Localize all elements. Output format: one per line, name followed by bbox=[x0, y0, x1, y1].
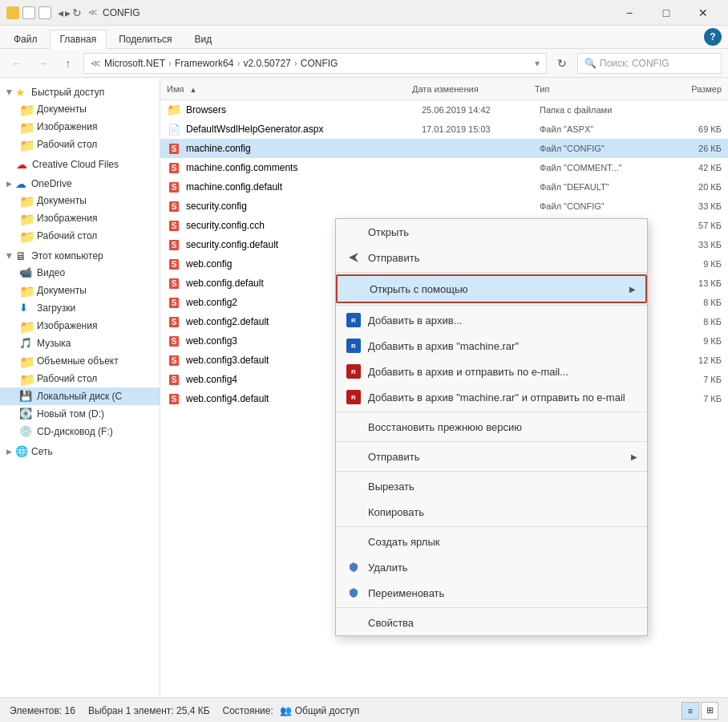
ctx-open-with[interactable]: Открыть с помощью ▶ bbox=[336, 274, 647, 303]
sidebar-label-thispc: Этот компьютер bbox=[31, 250, 103, 262]
file-size-cell: 13 КБ bbox=[657, 278, 722, 288]
file-icon-cell: S bbox=[167, 276, 181, 290]
send-icon bbox=[346, 249, 362, 266]
sidebar-header-cc[interactable]: ☁ Creative Cloud Files bbox=[0, 156, 160, 172]
sidebar-item-music[interactable]: 🎵 Музыка bbox=[0, 335, 160, 352]
refresh-button[interactable]: ↻ bbox=[552, 53, 572, 74]
sidebar-header-thispc[interactable]: ▶ 🖥 Этот компьютер bbox=[0, 248, 160, 264]
sidebar-header-onedrive[interactable]: ▶ ☁ OneDrive bbox=[0, 176, 160, 192]
content-area: Имя ▲ Дата изменения Тип Размер 📁 Browse… bbox=[160, 78, 728, 697]
sidebar-item-3d[interactable]: 📁 Объемные объект bbox=[0, 352, 160, 370]
ctx-add-machine-email[interactable]: R Добавить в архив "machine.rar" и отпра… bbox=[336, 384, 647, 410]
file-icon: S bbox=[169, 201, 180, 212]
address-path[interactable]: ≪ Microsoft.NET › Framework64 › v2.0.507… bbox=[83, 53, 547, 74]
rar-email-icon: R bbox=[346, 363, 362, 379]
ctx-rename[interactable]: Переименовать bbox=[336, 580, 647, 606]
chevron-quickaccess: ▶ bbox=[6, 90, 14, 95]
sidebar-item-images-quick[interactable]: 📁 Изображения bbox=[0, 118, 160, 136]
table-row[interactable]: S machine.config Файл "CONFIG" 26 КБ bbox=[160, 139, 728, 158]
col-header-name[interactable]: Имя ▲ bbox=[167, 84, 412, 94]
chevron-onedrive: ▶ bbox=[6, 180, 12, 188]
titlebar-arrows: ◂ ▸ ↻ bbox=[58, 6, 82, 19]
status-selected: Выбран 1 элемент: 25,4 КБ bbox=[88, 705, 210, 716]
tab-file[interactable]: Файл bbox=[3, 30, 48, 48]
view-large-button[interactable]: ⊞ bbox=[701, 702, 718, 720]
sidebar-item-images-od[interactable]: 📁 Изображения bbox=[0, 209, 160, 227]
table-row[interactable]: S machine.config.default Файл "DEFAULT" … bbox=[160, 177, 728, 197]
ctx-open[interactable]: Открыть bbox=[336, 219, 647, 245]
sidebar-item-documents-od[interactable]: 📁 Документы bbox=[0, 192, 160, 209]
path-dropdown-icon[interactable]: ▾ bbox=[535, 58, 540, 69]
ctx-properties[interactable]: Свойства bbox=[336, 610, 647, 635]
cut-icon bbox=[346, 478, 362, 494]
file-type-cell: Файл "CONFIG" bbox=[540, 201, 657, 211]
ctx-sep-2 bbox=[336, 305, 647, 306]
col-header-type[interactable]: Тип bbox=[535, 84, 657, 94]
col-header-date[interactable]: Дата изменения bbox=[412, 84, 535, 94]
sidebar-section-network: ▶ 🌐 Сеть bbox=[0, 444, 160, 460]
sidebar-item-local-disk-c[interactable]: 💾 Локальный диск (С bbox=[0, 387, 160, 405]
file-size-cell: 33 КБ bbox=[657, 240, 722, 249]
main-area: ▶ ★ Быстрый доступ 📁 Документы 📁 Изображ… bbox=[0, 78, 728, 697]
sidebar-item-video[interactable]: 📹 Видео bbox=[0, 264, 160, 282]
rar-add2-icon: R bbox=[346, 338, 362, 354]
ctx-delete[interactable]: Удалить bbox=[336, 554, 647, 580]
file-size-cell: 26 КБ bbox=[657, 144, 722, 153]
path-separator-0: ≪ bbox=[91, 58, 101, 69]
table-row[interactable]: 📄 DefaultWsdlHelpGenerator.aspx 17.01.20… bbox=[160, 120, 728, 139]
minimize-button[interactable]: − bbox=[611, 0, 648, 26]
sidebar-header-network[interactable]: ▶ 🌐 Сеть bbox=[0, 444, 160, 460]
sidebar-item-images-pc[interactable]: 📁 Изображения bbox=[0, 317, 160, 335]
file-icon: 📄 bbox=[168, 124, 180, 136]
view-details-button[interactable]: ≡ bbox=[681, 702, 699, 720]
maximize-button[interactable]: □ bbox=[648, 0, 685, 26]
ctx-send2[interactable]: Отправить ▶ bbox=[336, 444, 647, 469]
sidebar-item-downloads[interactable]: ⬇ Загрузки bbox=[0, 299, 160, 317]
file-type-cell: Файл "ASPX" bbox=[540, 124, 657, 134]
ctx-shortcut[interactable]: Создать ярлык bbox=[336, 529, 647, 554]
back-button[interactable]: ← bbox=[6, 53, 27, 74]
sidebar-item-drive-d[interactable]: 💽 Новый том (D:) bbox=[0, 405, 160, 423]
sidebar-item-desktop-pc[interactable]: 📁 Рабочий стол bbox=[0, 370, 160, 387]
ctx-copy[interactable]: Копировать bbox=[336, 499, 647, 525]
sidebar-item-desktop-od[interactable]: 📁 Рабочий стол bbox=[0, 227, 160, 245]
help-button[interactable]: ? bbox=[704, 28, 722, 46]
search-box[interactable]: 🔍 Поиск: CONFIG bbox=[577, 53, 722, 74]
ctx-cut[interactable]: Вырезать bbox=[336, 473, 647, 499]
tab-view[interactable]: Вид bbox=[184, 30, 222, 48]
sidebar-item-desktop-quick[interactable]: 📁 Рабочий стол bbox=[0, 136, 160, 153]
file-size-cell: 20 КБ bbox=[657, 182, 722, 192]
tab-share[interactable]: Поделиться bbox=[108, 30, 182, 48]
arrow-icon: ▶ bbox=[629, 285, 636, 294]
ctx-add-archive[interactable]: R Добавить в архив... bbox=[336, 307, 647, 333]
ctx-send1[interactable]: Отправить bbox=[336, 245, 647, 270]
ctx-restore[interactable]: Восстановить прежнюю версию bbox=[336, 414, 647, 440]
forward-button[interactable]: → bbox=[32, 53, 53, 74]
restore-icon bbox=[346, 419, 362, 435]
ctx-add-machine-rar[interactable]: R Добавить в архив "machine.rar" bbox=[336, 333, 647, 359]
column-headers: Имя ▲ Дата изменения Тип Размер bbox=[160, 78, 728, 100]
sidebar-item-documents-quick[interactable]: 📁 Документы bbox=[0, 100, 160, 118]
up-button[interactable]: ↑ bbox=[58, 53, 79, 74]
status-count: Элементов: 16 bbox=[10, 705, 75, 716]
props-icon bbox=[346, 615, 362, 631]
onedrive-icon: ☁ bbox=[15, 177, 28, 190]
sidebar-section-thispc: ▶ 🖥 Этот компьютер 📹 Видео 📁 Документы ⬇… bbox=[0, 248, 160, 440]
close-button[interactable]: ✕ bbox=[685, 0, 722, 26]
file-type-cell: Файл "CONFIG" bbox=[540, 144, 657, 153]
col-header-size[interactable]: Размер bbox=[657, 84, 722, 94]
sidebar-item-documents-pc[interactable]: 📁 Документы bbox=[0, 282, 160, 299]
table-row[interactable]: 📁 Browsers 25.06.2019 14:42 Папка с файл… bbox=[160, 100, 728, 120]
sidebar-label-quickaccess: Быстрый доступ bbox=[31, 87, 104, 98]
sidebar-header-quickaccess[interactable]: ▶ ★ Быстрый доступ bbox=[0, 84, 160, 100]
table-row[interactable]: S security.config Файл "CONFIG" 33 КБ bbox=[160, 197, 728, 216]
sidebar-item-cd-drive[interactable]: 💿 CD-дисковод (F:) bbox=[0, 423, 160, 440]
path-item-1: Framework64 bbox=[175, 58, 233, 69]
ctx-add-email[interactable]: R Добавить в архив и отправить по e-mail… bbox=[336, 359, 647, 384]
file-size-cell: 57 КБ bbox=[657, 221, 722, 230]
sidebar-section-onedrive: ▶ ☁ OneDrive 📁 Документы 📁 Изображения 📁… bbox=[0, 176, 160, 245]
titlebar-title: CONFIG bbox=[103, 7, 611, 18]
table-row[interactable]: S machine.config.comments Файл "COMMENT.… bbox=[160, 158, 728, 177]
tab-home[interactable]: Главная bbox=[50, 30, 107, 49]
file-size-cell: 9 КБ bbox=[657, 336, 722, 346]
